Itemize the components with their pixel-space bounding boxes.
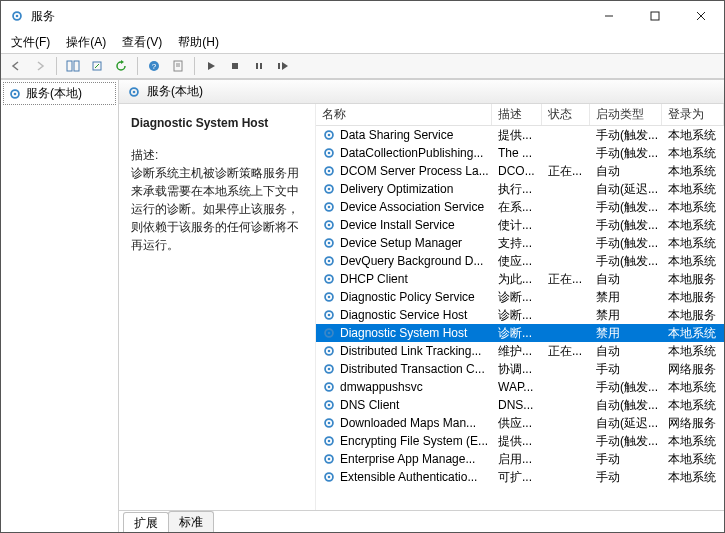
menu-action[interactable]: 操作(A) xyxy=(60,32,112,53)
service-logon: 本地系统 xyxy=(662,324,724,342)
svg-rect-16 xyxy=(260,63,262,69)
table-row[interactable]: DCOM Server Process La...DCO...正在...自动本地… xyxy=(316,162,724,180)
service-icon xyxy=(322,326,336,340)
service-desc: DCO... xyxy=(492,162,542,180)
service-status xyxy=(542,126,590,144)
table-row[interactable]: Diagnostic System Host诊断...禁用本地系统 xyxy=(316,324,724,342)
service-icon xyxy=(322,128,336,142)
table-row[interactable]: Diagnostic Service Host诊断...禁用本地服务 xyxy=(316,306,724,324)
menu-help[interactable]: 帮助(H) xyxy=(172,32,225,53)
table-row[interactable]: DNS ClientDNS...自动(触发...本地系统 xyxy=(316,396,724,414)
table-row[interactable]: Distributed Transaction C...协调...手动网络服务 xyxy=(316,360,724,378)
svg-point-47 xyxy=(328,350,331,353)
service-logon: 本地系统 xyxy=(662,396,724,414)
service-name: DHCP Client xyxy=(340,272,408,286)
description-pane: Diagnostic System Host 描述: 诊断系统主机被诊断策略服务… xyxy=(119,104,315,510)
service-icon xyxy=(322,200,336,214)
service-status xyxy=(542,414,590,432)
right-pane: 服务(本地) Diagnostic System Host 描述: 诊断系统主机… xyxy=(119,80,724,532)
svg-rect-3 xyxy=(651,12,659,20)
table-row[interactable]: Device Association Service在系...手动(触发...本… xyxy=(316,198,724,216)
svg-point-61 xyxy=(328,476,331,479)
service-startup: 自动 xyxy=(590,342,662,360)
svg-point-55 xyxy=(328,422,331,425)
restart-service-button[interactable] xyxy=(272,55,294,77)
service-startup: 禁用 xyxy=(590,306,662,324)
show-hide-button[interactable] xyxy=(62,55,84,77)
service-desc: 提供... xyxy=(492,432,542,450)
service-icon xyxy=(322,470,336,484)
service-startup: 手动(触发... xyxy=(590,216,662,234)
service-rows[interactable]: Data Sharing Service提供...手动(触发...本地系统Dat… xyxy=(316,126,724,510)
service-logon: 本地系统 xyxy=(662,180,724,198)
col-name[interactable]: 名称 xyxy=(316,104,492,125)
table-row[interactable]: Downloaded Maps Man...供应...自动(延迟...网络服务 xyxy=(316,414,724,432)
service-desc: 诊断... xyxy=(492,288,542,306)
table-row[interactable]: Data Sharing Service提供...手动(触发...本地系统 xyxy=(316,126,724,144)
svg-point-59 xyxy=(328,458,331,461)
service-desc: 诊断... xyxy=(492,324,542,342)
menu-view[interactable]: 查看(V) xyxy=(116,32,168,53)
table-row[interactable]: Delivery Optimization执行...自动(延迟...本地系统 xyxy=(316,180,724,198)
service-logon: 本地系统 xyxy=(662,144,724,162)
svg-rect-17 xyxy=(278,63,280,69)
tree-root-item[interactable]: 服务(本地) xyxy=(3,82,116,105)
minimize-button[interactable] xyxy=(586,1,632,31)
svg-point-31 xyxy=(328,206,331,209)
service-name: dmwappushsvc xyxy=(340,380,423,394)
service-startup: 手动(触发... xyxy=(590,234,662,252)
table-row[interactable]: Enterprise App Manage...启用...手动本地系统 xyxy=(316,450,724,468)
service-desc: 在系... xyxy=(492,198,542,216)
svg-point-19 xyxy=(14,92,17,95)
service-status xyxy=(542,324,590,342)
table-row[interactable]: Diagnostic Policy Service诊断...禁用本地服务 xyxy=(316,288,724,306)
service-name: Downloaded Maps Man... xyxy=(340,416,476,430)
main-area: 服务(本地) 服务(本地) Diagnostic System Host 描述:… xyxy=(1,79,724,532)
service-icon xyxy=(322,164,336,178)
export-button[interactable] xyxy=(86,55,108,77)
svg-point-33 xyxy=(328,224,331,227)
table-row[interactable]: Extensible Authenticatio...可扩...手动本地系统 xyxy=(316,468,724,486)
service-startup: 禁用 xyxy=(590,288,662,306)
table-row[interactable]: dmwappushsvcWAP...手动(触发...本地系统 xyxy=(316,378,724,396)
table-row[interactable]: DevQuery Background D...使应...手动(触发...本地系… xyxy=(316,252,724,270)
back-button[interactable] xyxy=(5,55,27,77)
service-icon xyxy=(322,308,336,322)
col-logon[interactable]: 登录为 xyxy=(662,104,724,125)
menu-bar: 文件(F) 操作(A) 查看(V) 帮助(H) xyxy=(1,31,724,53)
service-desc: 执行... xyxy=(492,180,542,198)
table-row[interactable]: Device Install Service使计...手动(触发...本地系统 xyxy=(316,216,724,234)
refresh-button[interactable] xyxy=(110,55,132,77)
properties-button[interactable] xyxy=(167,55,189,77)
maximize-button[interactable] xyxy=(632,1,678,31)
forward-button[interactable] xyxy=(29,55,51,77)
service-logon: 本地系统 xyxy=(662,216,724,234)
close-button[interactable] xyxy=(678,1,724,31)
pause-service-button[interactable] xyxy=(248,55,270,77)
table-row[interactable]: Encrypting File System (E...提供...手动(触发..… xyxy=(316,432,724,450)
col-startup[interactable]: 启动类型 xyxy=(590,104,662,125)
col-desc[interactable]: 描述 xyxy=(492,104,542,125)
svg-point-27 xyxy=(328,170,331,173)
col-status[interactable]: 状态 xyxy=(542,104,590,125)
tab-extended[interactable]: 扩展 xyxy=(123,512,169,532)
service-startup: 手动(触发... xyxy=(590,144,662,162)
stop-service-button[interactable] xyxy=(224,55,246,77)
help-button[interactable]: ? xyxy=(143,55,165,77)
service-startup: 自动(触发... xyxy=(590,396,662,414)
toolbar: ? xyxy=(1,53,724,79)
service-logon: 本地服务 xyxy=(662,306,724,324)
service-logon: 网络服务 xyxy=(662,360,724,378)
tab-standard[interactable]: 标准 xyxy=(168,511,214,532)
table-row[interactable]: Device Setup Manager支持...手动(触发...本地系统 xyxy=(316,234,724,252)
start-service-button[interactable] xyxy=(200,55,222,77)
table-row[interactable]: Distributed Link Tracking...维护...正在...自动… xyxy=(316,342,724,360)
svg-point-49 xyxy=(328,368,331,371)
menu-file[interactable]: 文件(F) xyxy=(5,32,56,53)
tree-pane: 服务(本地) xyxy=(1,80,119,532)
table-row[interactable]: DataCollectionPublishing...The ...手动(触发.… xyxy=(316,144,724,162)
service-status xyxy=(542,468,590,486)
service-status xyxy=(542,288,590,306)
service-icon xyxy=(322,146,336,160)
table-row[interactable]: DHCP Client为此...正在...自动本地服务 xyxy=(316,270,724,288)
